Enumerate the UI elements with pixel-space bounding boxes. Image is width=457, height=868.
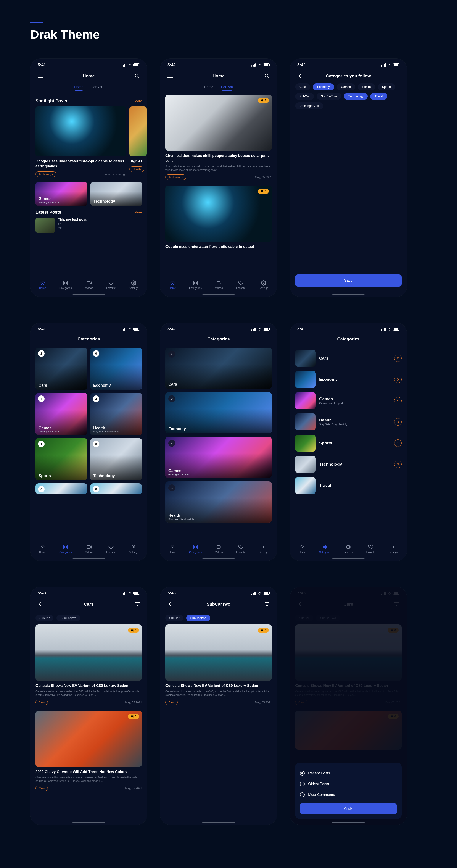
nav-home[interactable]: Home xyxy=(299,545,306,554)
bottom-nav: Home Categories Videos Favorite Settings xyxy=(30,277,147,292)
nav-settings[interactable]: Settings xyxy=(259,280,268,290)
nav-videos[interactable]: Videos xyxy=(345,545,353,554)
list-item[interactable]: HealthStay Safe, Stay Healthly 3 xyxy=(295,411,402,433)
back-icon[interactable] xyxy=(167,601,173,608)
latest-post[interactable]: This my test post 0 Mm xyxy=(35,218,142,233)
chip-subcartwo[interactable]: SubCarTwo xyxy=(317,93,341,100)
nav-categories[interactable]: Categories xyxy=(319,545,331,554)
category-tile-cars[interactable]: 2Cars xyxy=(35,348,87,390)
list-item[interactable]: Sports 1 xyxy=(295,433,402,454)
nav-categories[interactable]: Categories xyxy=(189,280,202,290)
tag-cars[interactable]: Cars xyxy=(165,700,178,705)
chip-economy[interactable]: Economy xyxy=(313,83,334,90)
tag-technology[interactable]: Technology xyxy=(35,172,56,177)
category-tile-partial[interactable]: 0 xyxy=(90,483,142,494)
chip-travel[interactable]: Travel xyxy=(370,93,387,100)
tag-technology[interactable]: Technology xyxy=(165,175,186,180)
nav-videos[interactable]: Videos xyxy=(85,280,93,290)
nav-categories[interactable]: Categories xyxy=(189,545,202,554)
nav-favorite[interactable]: Favorite xyxy=(106,545,116,554)
sort-icon[interactable] xyxy=(134,601,141,608)
feed-card[interactable]: 0 Genesis Shows New EV Variant of G80 Lu… xyxy=(35,624,142,705)
category-wide-games[interactable]: 4GamesGaming and E-Sport xyxy=(165,437,272,478)
feed-card[interactable]: 0 Genesis Shows New EV Variant of G80 Lu… xyxy=(165,624,272,705)
category-tile-economy[interactable]: 0Economy xyxy=(90,348,142,390)
nav-videos[interactable]: Videos xyxy=(215,545,223,554)
tab-home[interactable]: Home xyxy=(204,85,214,91)
chip-sports[interactable]: Sports xyxy=(378,83,395,90)
more-link[interactable]: More xyxy=(135,99,142,103)
nav-favorite[interactable]: Favorite xyxy=(366,545,375,554)
nav-favorite[interactable]: Favorite xyxy=(236,545,246,554)
spotlight-card[interactable]: Google uses underwater fibre-optic cable… xyxy=(35,106,126,177)
list-item[interactable]: Economy 0 xyxy=(295,369,402,390)
nav-home[interactable]: Home xyxy=(39,545,46,554)
category-wide-economy[interactable]: 0Economy xyxy=(165,392,272,433)
list-name: Cars xyxy=(319,356,391,361)
chip-cars[interactable]: Cars xyxy=(295,83,310,90)
tag-health[interactable]: Health xyxy=(129,166,144,172)
list-item[interactable]: GamesGaming and E-Sport 4 xyxy=(295,390,402,411)
chip-health[interactable]: Health xyxy=(358,83,375,90)
back-icon[interactable] xyxy=(37,601,44,608)
chip-subcar[interactable]: SubCar xyxy=(295,93,314,100)
tag-cars[interactable]: Cars xyxy=(35,700,48,705)
category-tile-games[interactable]: 4GamesGaming and E-Sport xyxy=(35,393,87,435)
nav-favorite[interactable]: Favorite xyxy=(106,280,116,290)
tab-home[interactable]: Home xyxy=(74,85,84,91)
spotlight-image xyxy=(35,106,126,156)
feed-card[interactable]: 0 Google uses underwater fibre-optic cab… xyxy=(165,186,272,249)
header-title: Categories xyxy=(173,337,264,342)
list-item[interactable]: Travel xyxy=(295,475,402,496)
tag-cars[interactable]: Cars xyxy=(35,785,48,791)
list-item[interactable]: Technology 3 xyxy=(295,454,402,475)
feed-card[interactable]: 3 Chemical that makes chilli peppers spi… xyxy=(165,95,272,180)
category-card-technology[interactable]: Technology xyxy=(91,182,142,206)
tab-for-you[interactable]: For You xyxy=(221,85,233,91)
feed-card[interactable]: 0 2022 Chevy Corvette Will Add Three Hot… xyxy=(35,711,142,791)
chip-technology[interactable]: Technology xyxy=(344,93,368,100)
list-thumb xyxy=(295,392,316,409)
nav-settings[interactable]: Settings xyxy=(259,545,268,554)
sub-tab-subcartwo[interactable]: SubCarTwo xyxy=(186,615,210,621)
list-item[interactable]: Cars 2 xyxy=(295,348,402,369)
nav-categories[interactable]: Categories xyxy=(59,545,72,554)
save-button[interactable]: Save xyxy=(295,275,402,287)
category-wide-cars[interactable]: 2Cars xyxy=(165,348,272,389)
menu-icon[interactable] xyxy=(37,72,44,80)
sort-most-comments[interactable]: Most Comments xyxy=(300,789,397,800)
nav-settings[interactable]: Settings xyxy=(129,545,138,554)
category-tile-technology[interactable]: 3Technology xyxy=(90,438,142,480)
nav-favorite[interactable]: Favorite xyxy=(236,280,246,290)
chip-uncategorized[interactable]: Uncategorized xyxy=(295,102,323,109)
nav-videos[interactable]: Videos xyxy=(85,545,93,554)
nav-home[interactable]: Home xyxy=(169,280,176,290)
nav-categories[interactable]: Categories xyxy=(59,280,72,290)
nav-videos[interactable]: Videos xyxy=(215,280,223,290)
search-icon[interactable] xyxy=(134,72,141,80)
category-card-games[interactable]: GamesGaming and E-Sport xyxy=(35,182,88,206)
category-tile-health[interactable]: 3HealthStay Safe, Stay Healthly xyxy=(90,393,142,435)
back-icon[interactable] xyxy=(296,72,303,80)
tab-for-you[interactable]: For You xyxy=(91,85,103,91)
nav-settings[interactable]: Settings xyxy=(389,545,398,554)
spotlight-card-partial[interactable]: High-Fi Health xyxy=(129,106,147,177)
sort-recent[interactable]: Recent Posts xyxy=(300,768,397,779)
nav-settings[interactable]: Settings xyxy=(129,280,138,290)
chip-games[interactable]: Games xyxy=(337,83,355,90)
sort-oldest[interactable]: Oldest Posts xyxy=(300,779,397,789)
post-date: May, 05 2021 xyxy=(125,701,142,704)
sub-tab-subcartwo[interactable]: SubCarTwo xyxy=(57,615,80,621)
category-wide-health[interactable]: 3HealthStay Safe, Stay Healthly xyxy=(165,482,272,523)
nav-home[interactable]: Home xyxy=(169,545,176,554)
search-icon[interactable] xyxy=(264,72,270,80)
category-tile-partial[interactable]: 0 xyxy=(35,483,87,494)
more-link[interactable]: More xyxy=(135,210,142,214)
sort-icon[interactable] xyxy=(264,601,270,608)
category-tile-sports[interactable]: 1Sports xyxy=(35,438,87,480)
apply-button[interactable]: Apply xyxy=(300,803,397,814)
sub-tab-subcar[interactable]: SubCar xyxy=(165,615,183,621)
nav-home[interactable]: Home xyxy=(39,280,46,290)
menu-icon[interactable] xyxy=(167,72,173,80)
sub-tab-subcar[interactable]: SubCar xyxy=(35,615,54,621)
